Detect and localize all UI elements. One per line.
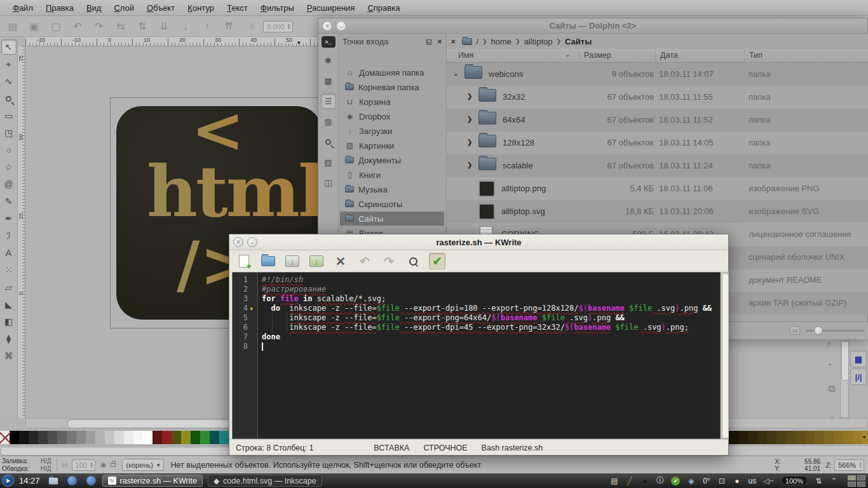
task-button[interactable]: ✎rasterize.sh — KWrite: [102, 475, 203, 487]
pencil-tool[interactable]: ✎: [1, 194, 17, 209]
x-coordinate-spinner[interactable]: 0.000▲▼: [263, 21, 292, 32]
table-row[interactable]: ❯64x6467 объектов18.03.11 11:52папка: [447, 109, 868, 132]
keyboard-layout-icon[interactable]: us: [748, 477, 756, 485]
new-document-button[interactable]: [236, 253, 252, 269]
clipboard-icon[interactable]: ▤: [610, 477, 618, 485]
table-row[interactable]: alltiptop.png5,4 КБ18.03.11 11:06изображ…: [447, 177, 868, 200]
columns-view-icon[interactable]: ▥: [321, 114, 336, 129]
select-all-icon[interactable]: ▣: [28, 20, 41, 32]
palette-swatch[interactable]: [853, 431, 862, 444]
insert-mode[interactable]: ВСТАВКА: [374, 444, 409, 452]
app-launcher-icon[interactable]: ➤: [2, 475, 14, 487]
sidebar-item-7[interactable]: Документы: [340, 153, 444, 167]
palette-swatch[interactable]: [834, 431, 843, 444]
palette-swatch[interactable]: [729, 431, 738, 444]
breadcrumb-segment[interactable]: /: [476, 37, 478, 46]
screen-circle-icon[interactable]: ●: [641, 477, 649, 485]
menu-3[interactable]: Вид: [80, 1, 108, 15]
status-ok-icon[interactable]: ✔: [671, 477, 680, 485]
palette-swatch[interactable]: [824, 431, 834, 444]
sidebar-item-4[interactable]: ◈Dropbox: [340, 109, 444, 123]
zoom-slider-knob[interactable]: [814, 326, 823, 335]
column-type[interactable]: Тип: [749, 51, 763, 60]
float-panel-icon[interactable]: ◱: [426, 38, 431, 45]
layer-dropdown[interactable]: (корень)▾: [122, 459, 165, 471]
palette-swatch[interactable]: [757, 431, 767, 444]
file-manager-icon[interactable]: [48, 476, 59, 486]
zoom-out-icon[interactable]: ▭: [790, 326, 800, 335]
palette-swatch[interactable]: [153, 431, 162, 444]
close-icon[interactable]: ✕: [451, 38, 456, 45]
palette-swatch[interactable]: [776, 431, 786, 444]
connector-tool[interactable]: ⌘: [1, 348, 17, 363]
menu-7[interactable]: Текст: [220, 1, 254, 15]
text-tool[interactable]: A: [1, 245, 17, 261]
dropbox-icon[interactable]: ◈: [687, 477, 695, 485]
box-3d-tool[interactable]: ◳: [1, 125, 17, 140]
code-editor[interactable]: 1#!/bin/sh2#растрирование3for file in sc…: [232, 272, 721, 439]
sidebar-item-5[interactable]: ↓Загрузки: [340, 124, 444, 138]
menu-6[interactable]: Контур: [181, 1, 220, 15]
layer-lock-icon[interactable]: [111, 463, 116, 467]
palette-swatch[interactable]: [133, 431, 143, 444]
palette-swatch[interactable]: [10, 431, 19, 444]
column-name[interactable]: Имя: [458, 51, 473, 60]
palette-swatch[interactable]: [0, 431, 10, 444]
save-as-button[interactable]: ↓: [308, 253, 325, 269]
palette-swatch[interactable]: [95, 431, 105, 444]
details-view-icon[interactable]: ☰: [321, 93, 336, 109]
breadcrumb-segment[interactable]: home: [491, 37, 512, 46]
raise-to-top-icon[interactable]: ⇈: [222, 20, 235, 32]
wrap-mode[interactable]: СТРОЧНОЕ: [423, 444, 467, 452]
panel-expand-icon[interactable]: ⌃: [830, 477, 838, 485]
chat-icon[interactable]: [67, 476, 78, 486]
menu-2[interactable]: Правка: [39, 1, 80, 15]
spiral-tool[interactable]: @: [1, 177, 17, 192]
eraser-tool[interactable]: ▱: [1, 280, 17, 295]
palette-swatch[interactable]: [181, 431, 191, 444]
palette-swatch[interactable]: [19, 431, 29, 444]
palette-swatch[interactable]: [86, 431, 95, 444]
lower-icon[interactable]: ↓: [179, 21, 192, 32]
zoom-tool[interactable]: [1, 91, 17, 106]
snap-guides-button[interactable]: |/|: [850, 369, 867, 385]
palette-swatch[interactable]: [200, 431, 210, 444]
dropper-tool[interactable]: ⧫: [1, 331, 17, 346]
icon-view-icon[interactable]: ▦: [321, 73, 336, 88]
clock[interactable]: 14:27: [19, 476, 40, 485]
save-button[interactable]: ↓: [284, 253, 301, 269]
sidebar-item-9[interactable]: Музыка: [340, 182, 444, 196]
column-size[interactable]: Размер: [584, 51, 611, 60]
dolphin-titlebar[interactable]: ✕ ⌄ Сайты — Dolphin <2>: [318, 18, 867, 34]
select-all-layers-icon[interactable]: ▢: [50, 20, 62, 32]
paint-bucket-tool[interactable]: ◣: [1, 297, 17, 312]
palette-scroll-arrow-icon[interactable]: ◂: [862, 433, 865, 440]
browser-icon[interactable]: [86, 476, 97, 486]
network-icon[interactable]: ⇅: [815, 477, 823, 485]
sidebar-item-11[interactable]: Сайты: [340, 212, 444, 226]
color-picker-icon[interactable]: ╱: [625, 477, 634, 485]
fold-marker-icon[interactable]: ▼: [250, 304, 253, 314]
info-icon[interactable]: ⓘ: [656, 475, 664, 486]
expander-icon[interactable]: ❯: [467, 93, 472, 100]
tweak-tool[interactable]: ∿: [1, 74, 17, 89]
column-date[interactable]: Дата: [660, 51, 678, 60]
rotate-cw-icon[interactable]: ↷: [93, 20, 105, 32]
desktop-pager[interactable]: [848, 475, 865, 487]
volume-muted-icon[interactable]: ◁╌: [763, 477, 773, 485]
palette-swatch[interactable]: [29, 431, 38, 444]
lower-to-bottom-icon[interactable]: ⇊: [158, 20, 170, 32]
snap-grid-button[interactable]: ▦: [850, 351, 867, 367]
terminal-icon[interactable]: >_: [322, 36, 336, 48]
sidebar-item-10[interactable]: Скриншоты: [340, 197, 444, 211]
table-row[interactable]: ❯128x12867 объектов18.03.11 14:05папка: [447, 132, 868, 154]
layer-visibility-icon[interactable]: ◉: [100, 461, 107, 469]
split-view-icon[interactable]: ◫: [321, 175, 336, 190]
sidebar-item-8[interactable]: ▯Книги: [340, 168, 444, 182]
redo-button[interactable]: ↷: [381, 253, 397, 269]
syntax-language[interactable]: Bash: [482, 444, 500, 452]
editor-scrollbar[interactable]: [721, 272, 729, 439]
zoom-spinner[interactable]: 566%▲▼: [834, 459, 864, 471]
table-row[interactable]: ❯scalable67 объектов18.03.11 11:24папка: [447, 154, 868, 177]
open-button[interactable]: [260, 253, 276, 269]
